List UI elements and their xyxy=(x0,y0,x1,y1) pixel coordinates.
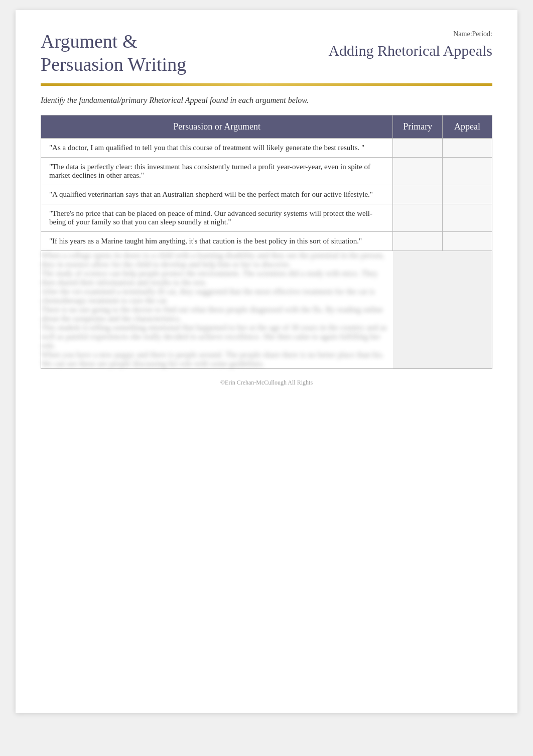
table-row: There is no use going to the doctor to f… xyxy=(41,305,492,323)
title-right-block: Name:Period: Adding Rhetorical Appeals xyxy=(328,30,492,59)
gold-bar xyxy=(41,83,492,86)
table-header-row: Persuasion or Argument Primary Appeal xyxy=(41,115,492,139)
primary-cell[interactable] xyxy=(393,204,443,232)
appeal-cell[interactable] xyxy=(443,269,492,287)
appeal-cell[interactable] xyxy=(443,158,492,185)
title-left: Argument &Persuasion Writing xyxy=(41,30,186,76)
primary-cell[interactable] xyxy=(393,232,443,251)
primary-cell[interactable] xyxy=(393,287,443,305)
appeal-cell[interactable] xyxy=(443,204,492,232)
table-row: "If his years as a Marine taught him any… xyxy=(41,232,492,251)
argument-cell: "If his years as a Marine taught him any… xyxy=(41,232,393,251)
table-row: "A qualified veterinarian says that an A… xyxy=(41,185,492,204)
primary-cell[interactable] xyxy=(393,305,443,323)
argument-cell: "As a doctor, I am qualified to tell you… xyxy=(41,139,393,158)
table-row: "As a doctor, I am qualified to tell you… xyxy=(41,139,492,158)
table-row: The study of science can help people pro… xyxy=(41,269,492,287)
argument-cell: "The data is perfectly clear: this inves… xyxy=(41,158,393,185)
name-period-label: Name:Period: xyxy=(453,30,492,38)
argument-cell: "There's no price that can be placed on … xyxy=(41,204,393,232)
argument-cell: When a college opens its doors to a chil… xyxy=(41,251,393,270)
table-row: This student is telling something emotio… xyxy=(41,323,492,350)
col-appeal-header: Appeal xyxy=(443,115,492,139)
col-primary-header: Primary xyxy=(393,115,443,139)
primary-cell[interactable] xyxy=(393,158,443,185)
main-table: Persuasion or Argument Primary Appeal "A… xyxy=(41,115,492,369)
appeal-cell[interactable] xyxy=(443,185,492,204)
appeal-cell[interactable] xyxy=(443,139,492,158)
primary-cell[interactable] xyxy=(393,185,443,204)
appeal-cell[interactable] xyxy=(443,350,492,369)
argument-cell: This student is telling something emotio… xyxy=(41,323,393,350)
table-row: "The data is perfectly clear: this inves… xyxy=(41,158,492,185)
appeal-cell[interactable] xyxy=(443,287,492,305)
argument-cell: The study of science can help people pro… xyxy=(41,269,393,287)
argument-cell: "A qualified veterinarian says that an A… xyxy=(41,185,393,204)
table-row: "There's no price that can be placed on … xyxy=(41,204,492,232)
argument-cell: When you have a new puppy and there is p… xyxy=(41,350,393,369)
primary-cell[interactable] xyxy=(393,139,443,158)
appeal-cell[interactable] xyxy=(443,232,492,251)
header: Argument &Persuasion Writing Name:Period… xyxy=(41,30,492,76)
primary-cell[interactable] xyxy=(393,350,443,369)
primary-cell[interactable] xyxy=(393,323,443,350)
title-right: Adding Rhetorical Appeals xyxy=(328,42,492,59)
primary-cell[interactable] xyxy=(393,251,443,270)
table-row: When you have a new puppy and there is p… xyxy=(41,350,492,369)
instruction: Identify the fundamental/primary Rhetori… xyxy=(41,96,492,105)
primary-cell[interactable] xyxy=(393,269,443,287)
argument-cell: After the vet examined a terminally ill … xyxy=(41,287,393,305)
table-row: After the vet examined a terminally ill … xyxy=(41,287,492,305)
appeal-cell[interactable] xyxy=(443,305,492,323)
page: Argument &Persuasion Writing Name:Period… xyxy=(16,10,517,713)
appeal-cell[interactable] xyxy=(443,323,492,350)
appeal-cell[interactable] xyxy=(443,251,492,270)
footer-note: ©Erin Crehan-McCullough All Rights xyxy=(41,379,492,387)
table-row: When a college opens its doors to a chil… xyxy=(41,251,492,270)
argument-cell: There is no use going to the doctor to f… xyxy=(41,305,393,323)
col-argument-header: Persuasion or Argument xyxy=(41,115,393,139)
